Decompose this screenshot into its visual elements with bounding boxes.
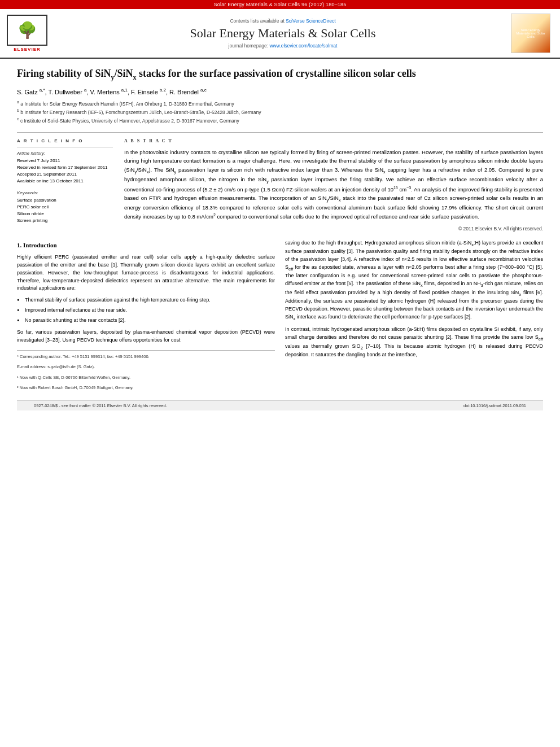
bullet-3: No parasitic shunting at the rear contac… xyxy=(17,317,275,325)
footer-doi: doi:10.1016/j.solmat.2011.09.051 xyxy=(463,403,526,408)
body-col-right: saving due to the high throughput. Hydro… xyxy=(285,239,543,395)
thumbnail-text: Solar Energy Materials and Solar Cells xyxy=(514,28,548,38)
abstract-section: A B S T R A C T In the photovoltaic indu… xyxy=(124,138,543,231)
affiliation-a: a Institute for Solar Energy Research Ha… xyxy=(20,101,234,107)
footnote-corresponding: * Corresponding author. Tel.: +49 5151 9… xyxy=(17,353,275,360)
journal-thumbnail: Solar Energy Materials and Solar Cells xyxy=(511,14,550,53)
section1-title: 1. Introduction xyxy=(17,241,275,250)
affiliation-c: c Institute of Solid-State Physics, Univ… xyxy=(20,117,239,123)
abstract-title: A B S T R A C T xyxy=(124,138,543,143)
banner-text: Solar Energy Materials & Solar Cells 96 … xyxy=(214,2,347,7)
contents-label: Contents lists available at xyxy=(230,18,284,24)
history-label: Article history: xyxy=(17,151,113,156)
keyword-1: Surface passivation xyxy=(17,197,113,204)
intro-p2: So far, various passivation layers, depo… xyxy=(17,329,275,344)
footnote-email: E-mail address: s.gatz@isfh.de (S. Gatz)… xyxy=(17,364,275,370)
accepted-date: Accepted 21 September 2011 xyxy=(17,171,113,178)
homepage-label: journal homepage: xyxy=(229,43,268,49)
bullet-2: Improved internal reflectance at the rea… xyxy=(17,307,275,314)
keyword-2: PERC solar cell xyxy=(17,204,113,211)
journal-homepage: journal homepage: www.elsevier.com/locat… xyxy=(229,43,338,49)
journal-header-center: Contents lists available at SciVerse Sci… xyxy=(63,14,502,53)
released-word: released xyxy=(485,343,505,349)
received-date: Received 7 July 2011 xyxy=(17,158,113,164)
revised-date: Received in revised form 17 September 20… xyxy=(17,164,113,171)
info-abstract-section: A R T I C L E I N F O Article history: R… xyxy=(17,132,543,231)
col2-p1: saving due to the high throughput. Hydro… xyxy=(285,239,543,322)
article-history: Article history: Received 7 July 2011 Re… xyxy=(17,151,113,185)
footnote-1: ¹ Now with Q-Cells SE, D-06766 Bitterfel… xyxy=(17,374,275,381)
journal-title: Solar Energy Materials & Solar Cells xyxy=(190,26,376,41)
bullet-1: Thermal stability of surface passivation… xyxy=(17,296,275,304)
contents-link: Contents lists available at SciVerse Sci… xyxy=(230,18,335,24)
journal-thumbnail-area: Solar Energy Materials and Solar Cells xyxy=(508,14,553,53)
body-col-left: 1. Introduction Highly efficient PERC (p… xyxy=(17,239,275,395)
keyword-3: Silicon nitride xyxy=(17,211,113,217)
requirements-list: Thermal stability of surface passivation… xyxy=(17,296,275,325)
abstract-text: In the photovoltaic industry contacts to… xyxy=(124,148,543,221)
authors-line: S. Gatz a,*, T. Dullweber a, V. Mertens … xyxy=(17,88,543,95)
available-date: Available online 13 October 2011 xyxy=(17,178,113,185)
copyright: © 2011 Elsevier B.V. All rights reserved… xyxy=(124,226,543,231)
elsevier-logo-area: 🌳 ELSEVIER xyxy=(7,14,58,53)
keywords-section: Keywords: Surface passivation PERC solar… xyxy=(17,190,113,224)
keywords-label: Keywords: xyxy=(17,190,113,195)
col2-p2: In contrast, intrinsic hydrogenated amor… xyxy=(285,326,543,359)
top-banner: Solar Energy Materials & Solar Cells 96 … xyxy=(0,0,560,9)
footnote-2: ² Now with Robert Bosch GmbH, D-70049 St… xyxy=(17,385,275,391)
article-info: A R T I C L E I N F O Article history: R… xyxy=(17,138,113,231)
intro-p1: Highly efficient PERC (passivated emitte… xyxy=(17,254,275,293)
elsevier-logo: 🌳 ELSEVIER xyxy=(7,15,47,52)
body-section: 1. Introduction Highly efficient PERC (p… xyxy=(17,239,543,395)
tree-icon: 🌳 xyxy=(18,21,37,40)
homepage-url[interactable]: www.elsevier.com/locate/solmat xyxy=(269,43,337,49)
article-info-title: A R T I C L E I N F O xyxy=(17,138,113,143)
paper-area: Firing stability of SiNy/SiNx stacks for… xyxy=(0,59,560,422)
affiliations: a a Institute for Solar Energy Research … xyxy=(17,99,543,124)
elsevier-logo-box: 🌳 xyxy=(7,15,47,46)
keyword-4: Screen-printing xyxy=(17,217,113,224)
footer-issn: 0927-0248/$ - see front matter © 2011 El… xyxy=(34,403,167,408)
sciverse-link[interactable]: SciVerse ScienceDirect xyxy=(286,18,335,24)
journal-header: 🌳 ELSEVIER Contents lists available at S… xyxy=(0,9,560,59)
footnotes: * Corresponding author. Tel.: +49 5151 9… xyxy=(17,350,275,391)
paper-title: Firing stability of SiNy/SiNx stacks for… xyxy=(17,67,543,82)
footer-bottom: 0927-0248/$ - see front matter © 2011 El… xyxy=(17,400,543,410)
affiliation-b: b Institute for Energy Research (IEF-5),… xyxy=(20,110,261,115)
elsevier-label: ELSEVIER xyxy=(14,47,41,52)
